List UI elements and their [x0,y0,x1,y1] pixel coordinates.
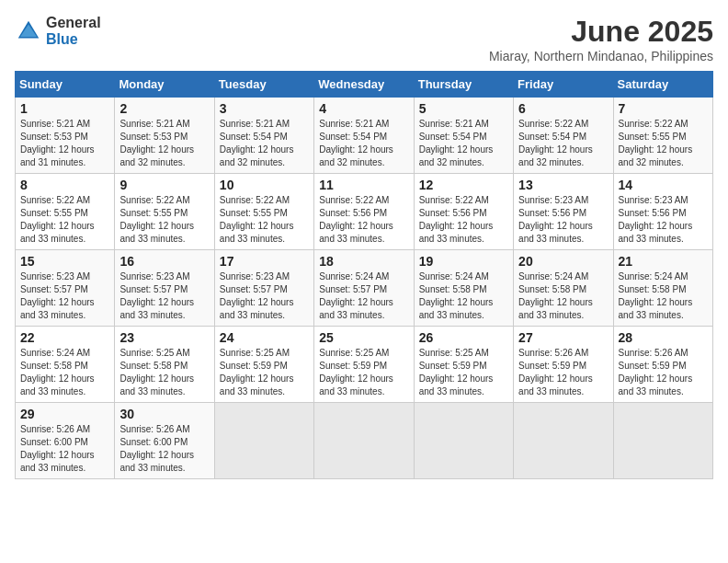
day-info: Sunrise: 5:21 AM Sunset: 5:53 PM Dayligh… [119,118,209,169]
day-info: Sunrise: 5:21 AM Sunset: 5:54 PM Dayligh… [419,118,508,169]
col-thursday: Thursday [414,72,513,98]
day-info: Sunrise: 5:22 AM Sunset: 5:56 PM Dayligh… [419,194,508,246]
day-info: Sunrise: 5:23 AM Sunset: 5:57 PM Dayligh… [119,270,209,322]
calendar-cell [514,403,613,479]
calendar-cell: 29 Sunrise: 5:26 AM Sunset: 6:00 PM Dayl… [16,403,115,479]
day-number: 2 [119,101,209,116]
calendar-row: 29 Sunrise: 5:26 AM Sunset: 6:00 PM Dayl… [16,403,713,479]
day-info: Sunrise: 5:26 AM Sunset: 6:00 PM Dayligh… [20,423,109,475]
day-info: Sunrise: 5:21 AM Sunset: 5:54 PM Dayligh… [220,118,309,169]
day-info: Sunrise: 5:26 AM Sunset: 5:59 PM Dayligh… [619,347,708,398]
col-friday: Friday [514,72,613,98]
calendar-cell: 10 Sunrise: 5:22 AM Sunset: 5:55 PM Dayl… [214,174,313,250]
calendar-cell [214,403,313,479]
day-number: 29 [20,407,109,421]
day-number: 4 [319,101,408,116]
calendar-cell: 5 Sunrise: 5:21 AM Sunset: 5:54 PM Dayli… [414,98,513,174]
day-number: 23 [119,330,209,345]
day-info: Sunrise: 5:23 AM Sunset: 5:57 PM Dayligh… [220,270,309,322]
calendar-row: 8 Sunrise: 5:22 AM Sunset: 5:55 PM Dayli… [16,174,713,250]
day-info: Sunrise: 5:24 AM Sunset: 5:58 PM Dayligh… [20,347,109,398]
calendar-cell: 19 Sunrise: 5:24 AM Sunset: 5:58 PM Dayl… [414,250,513,327]
day-info: Sunrise: 5:22 AM Sunset: 5:55 PM Dayligh… [619,118,708,169]
calendar-cell: 3 Sunrise: 5:21 AM Sunset: 5:54 PM Dayli… [214,98,313,174]
day-number: 15 [20,254,109,269]
day-number: 20 [518,254,608,269]
location-title: Miaray, Northern Mindanao, Philippines [489,49,713,63]
day-info: Sunrise: 5:22 AM Sunset: 5:56 PM Dayligh… [319,194,408,246]
calendar-cell: 20 Sunrise: 5:24 AM Sunset: 5:58 PM Dayl… [514,250,613,327]
day-number: 28 [619,330,708,345]
logo-icon [15,17,42,45]
calendar-cell: 18 Sunrise: 5:24 AM Sunset: 5:57 PM Dayl… [314,250,414,327]
day-number: 17 [220,254,309,269]
day-info: Sunrise: 5:26 AM Sunset: 5:59 PM Dayligh… [518,347,608,398]
calendar-cell: 24 Sunrise: 5:25 AM Sunset: 5:59 PM Dayl… [214,327,313,403]
day-number: 18 [319,254,408,269]
day-info: Sunrise: 5:23 AM Sunset: 5:56 PM Dayligh… [518,194,608,246]
calendar-cell: 11 Sunrise: 5:22 AM Sunset: 5:56 PM Dayl… [314,174,414,250]
day-info: Sunrise: 5:26 AM Sunset: 6:00 PM Dayligh… [119,423,209,475]
day-number: 6 [518,101,608,116]
day-number: 5 [419,101,508,116]
col-sunday: Sunday [16,72,115,98]
day-number: 19 [419,254,508,269]
calendar-cell [613,403,712,479]
calendar-cell: 1 Sunrise: 5:21 AM Sunset: 5:53 PM Dayli… [16,98,115,174]
calendar-cell: 9 Sunrise: 5:22 AM Sunset: 5:55 PM Dayli… [115,174,214,250]
day-number: 14 [619,178,708,192]
day-info: Sunrise: 5:22 AM Sunset: 5:54 PM Dayligh… [518,118,608,169]
calendar-cell: 26 Sunrise: 5:25 AM Sunset: 5:59 PM Dayl… [414,327,513,403]
day-number: 1 [20,101,109,116]
calendar-cell: 13 Sunrise: 5:23 AM Sunset: 5:56 PM Dayl… [514,174,613,250]
day-number: 24 [220,330,309,345]
calendar-cell: 14 Sunrise: 5:23 AM Sunset: 5:56 PM Dayl… [613,174,712,250]
day-info: Sunrise: 5:23 AM Sunset: 5:56 PM Dayligh… [619,194,708,246]
calendar-cell: 28 Sunrise: 5:26 AM Sunset: 5:59 PM Dayl… [613,327,712,403]
day-number: 13 [518,178,608,192]
day-number: 11 [319,178,408,192]
day-number: 7 [619,101,708,116]
calendar-row: 1 Sunrise: 5:21 AM Sunset: 5:53 PM Dayli… [16,98,713,174]
calendar-body: 1 Sunrise: 5:21 AM Sunset: 5:53 PM Dayli… [16,98,713,479]
calendar-cell: 12 Sunrise: 5:22 AM Sunset: 5:56 PM Dayl… [414,174,513,250]
day-number: 9 [119,178,209,192]
calendar-cell: 23 Sunrise: 5:25 AM Sunset: 5:58 PM Dayl… [115,327,214,403]
day-info: Sunrise: 5:23 AM Sunset: 5:57 PM Dayligh… [20,270,109,322]
day-info: Sunrise: 5:25 AM Sunset: 5:59 PM Dayligh… [419,347,508,398]
calendar-cell: 8 Sunrise: 5:22 AM Sunset: 5:55 PM Dayli… [16,174,115,250]
day-info: Sunrise: 5:22 AM Sunset: 5:55 PM Dayligh… [20,194,109,246]
col-wednesday: Wednesday [314,72,414,98]
month-title: June 2025 [489,15,713,49]
day-number: 30 [119,407,209,421]
calendar-cell [414,403,513,479]
day-info: Sunrise: 5:24 AM Sunset: 5:58 PM Dayligh… [518,270,608,322]
day-number: 22 [20,330,109,345]
logo: General Blue [15,15,101,47]
calendar-cell: 22 Sunrise: 5:24 AM Sunset: 5:58 PM Dayl… [16,327,115,403]
calendar-cell: 21 Sunrise: 5:24 AM Sunset: 5:58 PM Dayl… [613,250,712,327]
calendar-cell: 15 Sunrise: 5:23 AM Sunset: 5:57 PM Dayl… [16,250,115,327]
day-number: 27 [518,330,608,345]
day-info: Sunrise: 5:24 AM Sunset: 5:57 PM Dayligh… [319,270,408,322]
day-info: Sunrise: 5:22 AM Sunset: 5:55 PM Dayligh… [119,194,209,246]
calendar-cell: 4 Sunrise: 5:21 AM Sunset: 5:54 PM Dayli… [314,98,414,174]
calendar-row: 15 Sunrise: 5:23 AM Sunset: 5:57 PM Dayl… [16,250,713,327]
day-number: 10 [220,178,309,192]
day-number: 3 [220,101,309,116]
calendar-cell: 6 Sunrise: 5:22 AM Sunset: 5:54 PM Dayli… [514,98,613,174]
logo-text: General Blue [46,15,101,47]
calendar-cell: 27 Sunrise: 5:26 AM Sunset: 5:59 PM Dayl… [514,327,613,403]
calendar-cell: 16 Sunrise: 5:23 AM Sunset: 5:57 PM Dayl… [115,250,214,327]
calendar-cell: 7 Sunrise: 5:22 AM Sunset: 5:55 PM Dayli… [613,98,712,174]
page-header: General Blue June 2025 Miaray, Northern … [15,15,713,63]
calendar-cell: 17 Sunrise: 5:23 AM Sunset: 5:57 PM Dayl… [214,250,313,327]
day-number: 8 [20,178,109,192]
col-monday: Monday [115,72,214,98]
day-number: 25 [319,330,408,345]
day-number: 26 [419,330,508,345]
header-row: Sunday Monday Tuesday Wednesday Thursday… [16,72,713,98]
day-info: Sunrise: 5:21 AM Sunset: 5:53 PM Dayligh… [20,118,109,169]
calendar-row: 22 Sunrise: 5:24 AM Sunset: 5:58 PM Dayl… [16,327,713,403]
day-number: 16 [119,254,209,269]
